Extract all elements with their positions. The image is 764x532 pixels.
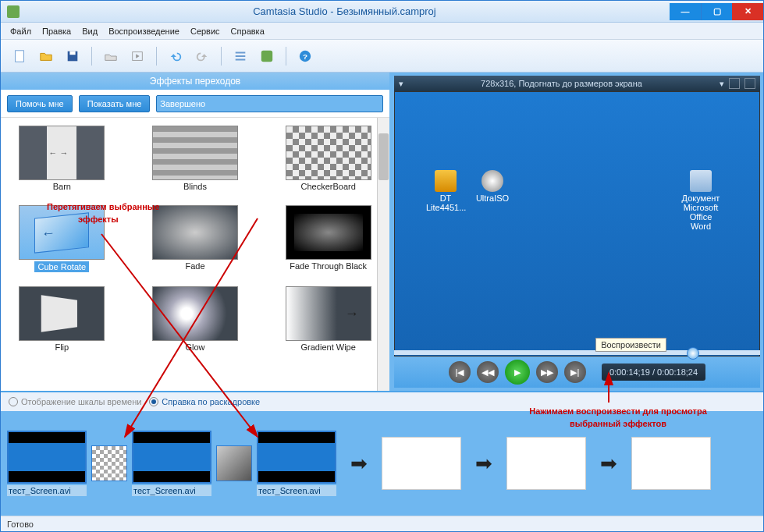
preview-panel: ▾ 728x316, Подогнать до размеров экрана … <box>391 73 763 391</box>
next-clip-button[interactable]: ▶| <box>564 361 586 383</box>
new-icon[interactable] <box>9 45 30 67</box>
options-icon[interactable] <box>229 45 251 67</box>
timeline-header: Отображение шкалы времени Справка по рас… <box>1 392 763 411</box>
step-forward-button[interactable]: ▶▶ <box>536 361 558 383</box>
svg-rect-2 <box>69 51 75 55</box>
menu-file[interactable]: Файл <box>10 27 31 36</box>
arrow-icon: ➡ <box>341 445 377 481</box>
scrollbar[interactable] <box>377 118 389 391</box>
clip-item[interactable]: тест_Screen.avi <box>7 431 87 496</box>
import-icon[interactable] <box>100 45 122 67</box>
desktop-icon: UltraISO <box>473 170 512 203</box>
empty-clip-slot[interactable] <box>382 437 461 490</box>
statusbar: Готово <box>1 516 763 531</box>
transition-checkerboard[interactable]: CheckerBoard <box>273 126 383 191</box>
transitions-grid: ← →Barn Blinds CheckerBoard Cube Rotate … <box>1 118 389 391</box>
open-icon[interactable] <box>35 45 57 67</box>
storyboard[interactable]: тест_Screen.avi тест_Screen.avi тест_Scr… <box>1 411 763 516</box>
clip-item[interactable]: тест_Screen.avi <box>257 431 336 496</box>
minimize-button[interactable]: — <box>670 3 701 20</box>
transition-fade-through-black[interactable]: Fade Through Black <box>273 205 383 272</box>
play-button[interactable]: ▶ <box>505 360 530 385</box>
step-back-button[interactable]: ◀◀ <box>477 361 499 383</box>
play-tooltip: Воспроизвести <box>595 338 666 352</box>
timecode: 0:00:14;19 / 0:00:18;24 <box>602 364 705 381</box>
empty-clip-slot[interactable] <box>631 437 711 490</box>
arrow-icon: ➡ <box>466 445 502 481</box>
menu-edit[interactable]: Правка <box>42 27 71 36</box>
preview-header: ▾ 728x316, Подогнать до размеров экрана … <box>394 76 760 91</box>
menu-view[interactable]: Вид <box>82 27 98 36</box>
transition-blinds[interactable]: Blinds <box>140 126 251 191</box>
titlebar[interactable]: Camtasia Studio - Безымянный.camproj — ▢… <box>1 1 763 23</box>
main-area: Эффекты переходов Помочь мне Показать мн… <box>1 73 763 391</box>
undo-icon[interactable] <box>165 45 187 67</box>
playback-controls: |◀ ◀◀ ▶ ▶▶ ▶| 0:00:14;19 / 0:00:18;24 Во… <box>394 356 760 388</box>
record-icon[interactable] <box>256 45 278 67</box>
redo-icon[interactable] <box>191 45 213 67</box>
timeline-view-option[interactable]: Отображение шкалы времени <box>9 397 141 406</box>
menubar: Файл Правка Вид Воспроизведение Сервис С… <box>1 23 763 40</box>
show-me-button[interactable]: Показать мне <box>79 95 151 112</box>
preview-info[interactable]: 728x316, Подогнать до размеров экрана <box>408 79 715 88</box>
svg-rect-4 <box>261 50 272 61</box>
menu-help[interactable]: Справка <box>231 27 265 36</box>
save-icon[interactable] <box>62 45 84 67</box>
transition-flip[interactable]: Flip <box>7 286 117 352</box>
svg-rect-0 <box>16 50 24 61</box>
svg-text:?: ? <box>303 51 307 60</box>
panel-title: Эффекты переходов <box>1 73 389 90</box>
window-title: Camtasia Studio - Безымянный.camproj <box>20 5 670 17</box>
empty-clip-slot[interactable] <box>506 437 586 490</box>
menu-play[interactable]: Воспроизведение <box>108 27 179 36</box>
transition-slot[interactable] <box>91 445 127 481</box>
timeline-area: Отображение шкалы времени Справка по рас… <box>1 391 763 516</box>
desktop-icon: Документ Microsoft Office Word <box>681 170 720 231</box>
menu-tools[interactable]: Сервис <box>190 27 220 36</box>
transition-glow[interactable]: Glow <box>140 286 251 352</box>
fullscreen-icon[interactable] <box>744 78 755 89</box>
prev-clip-button[interactable]: |◀ <box>449 361 471 383</box>
produce-icon[interactable] <box>126 45 148 67</box>
status-text: Готово <box>7 520 34 529</box>
seek-bar[interactable] <box>394 350 760 355</box>
toolbar: ? <box>1 40 763 73</box>
done-button[interactable]: Завершено <box>156 95 383 112</box>
detach-icon[interactable] <box>729 78 740 89</box>
clip-item[interactable]: тест_Screen.avi <box>132 431 211 496</box>
arrow-icon: ➡ <box>591 445 627 481</box>
desktop-icon: DT Lite4451... <box>426 170 465 212</box>
transitions-panel: Эффекты переходов Помочь мне Показать мн… <box>1 73 391 391</box>
transition-cube-rotate[interactable]: Cube Rotate <box>7 205 117 272</box>
maximize-button[interactable]: ▢ <box>701 3 732 20</box>
storyboard-view-option[interactable]: Справка по раскадровке <box>149 397 260 406</box>
transition-slot[interactable] <box>216 445 252 481</box>
help-icon[interactable]: ? <box>294 45 316 67</box>
close-button[interactable]: ✕ <box>732 3 763 20</box>
app-window: Camtasia Studio - Безымянный.camproj — ▢… <box>0 0 764 532</box>
transition-gradient-wipe[interactable]: Gradient Wipe <box>273 286 383 352</box>
help-me-button[interactable]: Помочь мне <box>7 95 73 112</box>
preview-viewport[interactable]: DT Lite4451... UltraISO Документ Microso… <box>394 91 760 356</box>
transition-barn[interactable]: ← →Barn <box>7 126 117 191</box>
app-icon <box>7 5 20 18</box>
transition-fade[interactable]: Fade <box>140 205 251 272</box>
